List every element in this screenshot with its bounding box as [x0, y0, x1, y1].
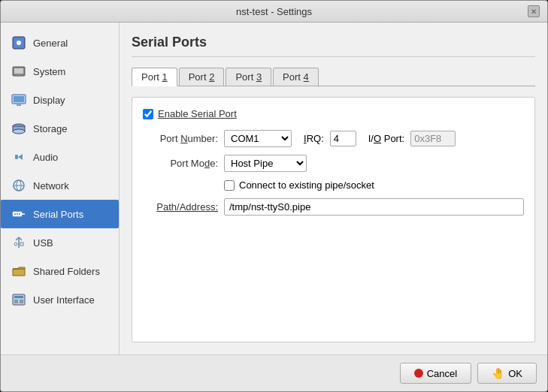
sidebar-label-user-interface: User Interface [33, 294, 95, 306]
sidebar-item-display[interactable]: Display [1, 86, 119, 114]
connect-label: Connect to existing pipe/socket [239, 179, 374, 191]
ok-icon: 🤚 [492, 367, 504, 379]
sidebar-item-usb[interactable]: USB [1, 228, 119, 257]
serial-ports-icon [11, 206, 27, 222]
port-number-select[interactable]: COM1 COM2 COM3 COM4 [224, 130, 292, 147]
path-input[interactable] [224, 198, 524, 216]
sidebar: General System [1, 23, 120, 354]
usb-icon [11, 234, 27, 251]
io-port-input[interactable] [410, 131, 456, 146]
ok-button[interactable]: 🤚 OK [477, 363, 537, 384]
svg-point-23 [14, 243, 17, 246]
cancel-label: Cancel [427, 368, 457, 379]
footer: Cancel 🤚 OK [1, 354, 547, 391]
sidebar-label-display: Display [33, 95, 65, 106]
general-icon [11, 35, 27, 51]
sidebar-item-shared-folders[interactable]: Shared Folders [1, 257, 119, 285]
tab-port3[interactable]: Port 3 [226, 68, 271, 86]
enable-label: Enable Serial Port [158, 108, 237, 119]
content-area: Serial Ports Port 1 Port 2 Port 3 Port 4… [120, 23, 547, 354]
port-mode-label: Port Mode: [143, 158, 218, 169]
settings-window: nst-test - Settings ✕ General [0, 0, 548, 392]
sidebar-item-system[interactable]: System [1, 57, 119, 86]
enable-row: Enable Serial Port [143, 108, 524, 119]
user-interface-icon [11, 291, 27, 308]
irq-input[interactable] [330, 131, 356, 146]
svg-rect-6 [14, 96, 24, 102]
enable-checkbox[interactable] [143, 109, 153, 119]
sidebar-label-audio: Audio [33, 152, 58, 163]
svg-point-10 [13, 129, 25, 134]
sidebar-item-storage[interactable]: Storage [1, 114, 119, 143]
port-number-row: Port Number: COM1 COM2 COM3 COM4 IRQ: I/… [143, 130, 524, 147]
shared-folders-icon [11, 263, 27, 279]
sidebar-label-serial-ports: Serial Ports [33, 209, 83, 220]
page-title: Serial Ports [132, 35, 535, 57]
sidebar-label-storage: Storage [33, 123, 68, 134]
path-row: Path/Address: [143, 198, 524, 216]
system-icon [11, 63, 27, 80]
tab-port4[interactable]: Port 4 [273, 68, 319, 86]
audio-icon [11, 149, 27, 165]
port-mode-select[interactable]: Disconnected Host Device Host Pipe Raw F… [224, 155, 307, 172]
connect-checkbox[interactable] [224, 180, 235, 191]
svg-point-1 [17, 41, 21, 45]
svg-rect-7 [17, 104, 21, 106]
port-mode-row: Port Mode: Disconnected Host Device Host… [143, 155, 524, 172]
sidebar-item-serial-ports[interactable]: Serial Ports [1, 200, 119, 228]
irq-label: IRQ: [304, 133, 324, 144]
svg-point-16 [14, 213, 16, 215]
form-section: Enable Serial Port Port Number: COM1 COM… [132, 97, 535, 342]
network-icon [11, 177, 27, 194]
cancel-button[interactable]: Cancel [400, 363, 471, 384]
cancel-icon [414, 369, 423, 378]
titlebar: nst-test - Settings ✕ [1, 1, 547, 23]
svg-point-18 [19, 213, 20, 215]
svg-rect-11 [15, 155, 18, 159]
svg-rect-4 [17, 75, 21, 77]
close-button[interactable]: ✕ [528, 5, 540, 17]
main-layout: General System [1, 23, 547, 354]
tab-port2[interactable]: Port 2 [179, 68, 225, 86]
svg-rect-27 [14, 300, 18, 303]
sidebar-item-audio[interactable]: Audio [1, 143, 119, 171]
sidebar-label-system: System [33, 66, 65, 77]
display-icon [11, 92, 27, 108]
connect-row: Connect to existing pipe/socket [224, 179, 524, 191]
path-label: Path/Address: [143, 201, 218, 213]
window-title: nst-test - Settings [20, 6, 528, 17]
sidebar-item-user-interface[interactable]: User Interface [1, 285, 119, 314]
port-number-label: Port Number: [143, 133, 218, 144]
svg-rect-24 [20, 243, 23, 246]
sidebar-item-network[interactable]: Network [1, 171, 119, 200]
svg-rect-28 [20, 300, 23, 303]
svg-rect-26 [14, 296, 23, 298]
sidebar-label-network: Network [33, 180, 69, 191]
io-port-label: I/O Port: [368, 133, 404, 144]
sidebar-item-general[interactable]: General [1, 29, 119, 57]
sidebar-label-shared-folders: Shared Folders [33, 266, 100, 277]
sidebar-label-general: General [33, 38, 68, 49]
tab-port1[interactable]: Port 1 [132, 68, 177, 86]
tab-bar: Port 1 Port 2 Port 3 Port 4 [132, 68, 535, 86]
ok-label: OK [508, 368, 522, 379]
sidebar-label-usb: USB [33, 237, 53, 249]
storage-icon [11, 120, 27, 137]
svg-point-17 [17, 213, 18, 215]
svg-rect-3 [14, 68, 23, 74]
